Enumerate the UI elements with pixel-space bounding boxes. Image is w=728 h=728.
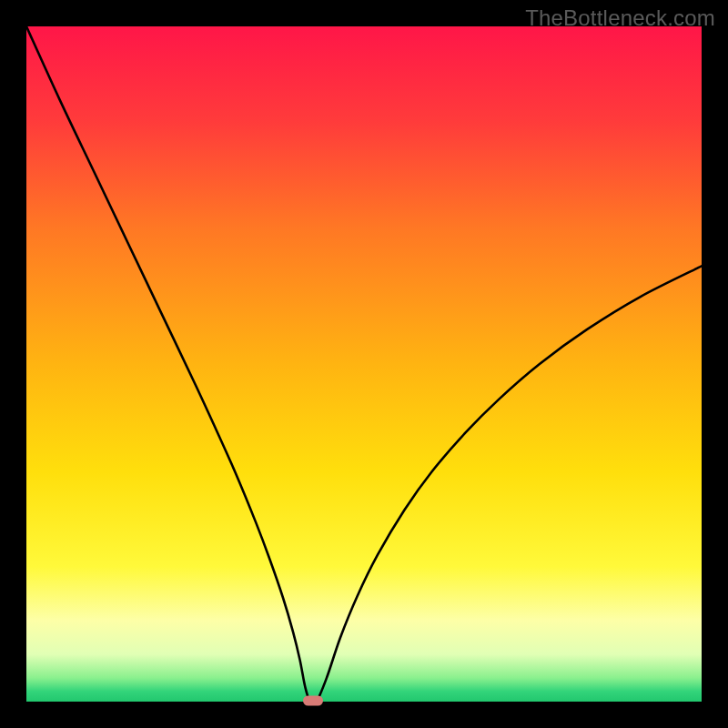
chart-background-gradient (26, 26, 702, 702)
optimum-marker-icon (303, 696, 323, 706)
chart-plot-area (26, 26, 702, 702)
watermark-text: TheBottleneck.com (525, 5, 715, 31)
chart-svg (26, 26, 702, 702)
chart-frame: TheBottleneck.com (0, 0, 728, 728)
